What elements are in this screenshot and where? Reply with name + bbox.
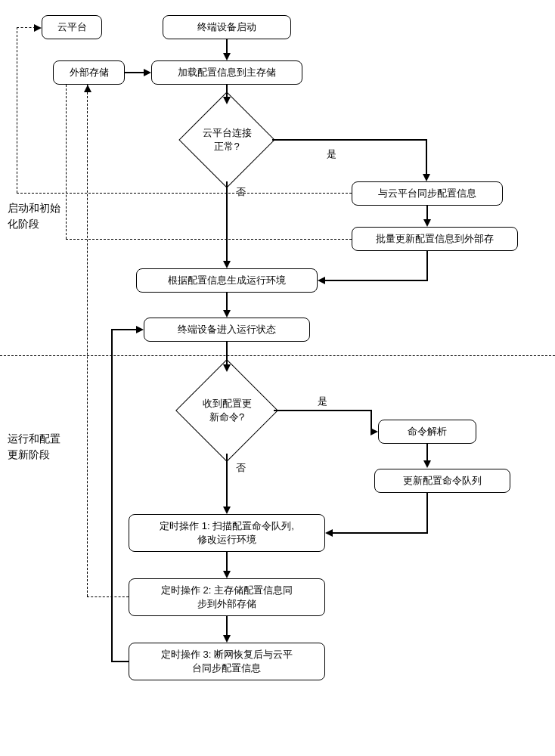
dash [87,85,88,596]
dash [87,596,129,597]
batch-update-box: 批量更新配置信息到外部存 [352,227,518,251]
dash [66,85,67,239]
arrow [125,72,145,73]
arrow [274,410,372,411]
arrowhead [423,174,430,181]
arrow [226,616,228,637]
arrow [426,444,428,460]
arrowhead [84,85,91,92]
arrow [226,454,228,508]
cloud-ok-label: 云平台连接 正常? [203,126,252,153]
arrowhead [325,529,333,537]
arrow [226,342,228,366]
update-queue-label: 更新配置命令队列 [403,474,482,488]
run-state-label: 终端设备进入运行状态 [178,323,276,336]
no-label-1: 否 [234,185,247,199]
arrow [272,139,427,141]
dash [66,239,352,240]
external-storage-box: 外部存储 [53,60,125,85]
arrowhead [223,310,231,318]
arrowhead [223,364,231,372]
arrowhead [223,571,231,578]
arrowhead [318,277,325,284]
gen-env-box: 根据配置信息生成运行环境 [136,268,318,293]
gen-env-label: 根据配置信息生成运行环境 [168,274,286,287]
external-storage-label: 外部存储 [70,66,109,79]
arrow [226,39,228,54]
arrow [333,532,428,534]
terminal-start-label: 终端设备启动 [197,20,256,34]
arrowhead [423,219,431,227]
timer3-box: 定时操作 3: 断网恢复后与云平 台同步配置信息 [129,643,325,680]
dash [17,27,17,193]
dash [17,27,36,28]
no-label-2: 否 [234,461,247,475]
arrowhead [223,97,231,104]
arrow [226,293,228,311]
cloud-ok-decision: 云平台连接 正常? [193,106,261,174]
sync-cloud-box: 与云平台同步配置信息 [352,181,503,206]
arrowhead [223,507,231,514]
arrowhead [223,635,231,643]
arrow [426,206,428,221]
timer1-label: 定时操作 1: 扫描配置命令队列, 修改运行环境 [160,519,294,547]
recv-cmd-decision: 收到配置更 新命令? [191,374,263,447]
run-state-box: 终端设备进入运行状态 [144,318,310,342]
arrow [226,181,228,262]
phase1-label: 启动和初始 化阶段 [8,200,60,232]
cloud-platform-label: 云平台 [57,20,87,34]
arrow [426,139,427,175]
update-queue-box: 更新配置命令队列 [374,469,510,493]
arrowhead [223,261,231,268]
arrowhead [371,428,378,435]
load-config-label: 加载配置信息到主存储 [178,66,276,79]
phase-divider [0,355,555,356]
phase2-label: 运行和配置 更新阶段 [8,431,60,463]
timer1-box: 定时操作 1: 扫描配置命令队列, 修改运行环境 [129,514,325,552]
recv-cmd-label: 收到配置更 新命令? [203,397,252,424]
arrow [111,661,129,662]
arrowhead [34,24,42,32]
arrow [426,251,428,280]
timer2-label: 定时操作 2: 主存储配置信息同 步到外部存储 [161,584,293,611]
yes-label-1: 是 [325,147,338,161]
parse-cmd-label: 命令解析 [408,425,447,438]
parse-cmd-box: 命令解析 [378,420,476,444]
arrow [325,280,428,281]
arrow [226,552,228,572]
timer3-label: 定时操作 3: 断网恢复后与云平 台同步配置信息 [161,648,293,675]
arrowhead [144,69,151,76]
arrowhead [223,53,231,60]
arrowhead [423,460,431,468]
yes-label-2: 是 [316,395,329,408]
arrow [111,329,113,662]
terminal-start-box: 终端设备启动 [163,15,291,39]
load-config-box: 加载配置信息到主存储 [151,60,302,85]
batch-update-label: 批量更新配置信息到外部存 [376,232,494,246]
arrow [426,493,428,532]
dash [17,193,352,194]
cloud-platform-box: 云平台 [42,15,102,39]
timer2-box: 定时操作 2: 主存储配置信息同 步到外部存储 [129,578,325,616]
sync-cloud-label: 与云平台同步配置信息 [378,187,476,200]
arrowhead [136,326,144,333]
arrow [111,329,138,330]
